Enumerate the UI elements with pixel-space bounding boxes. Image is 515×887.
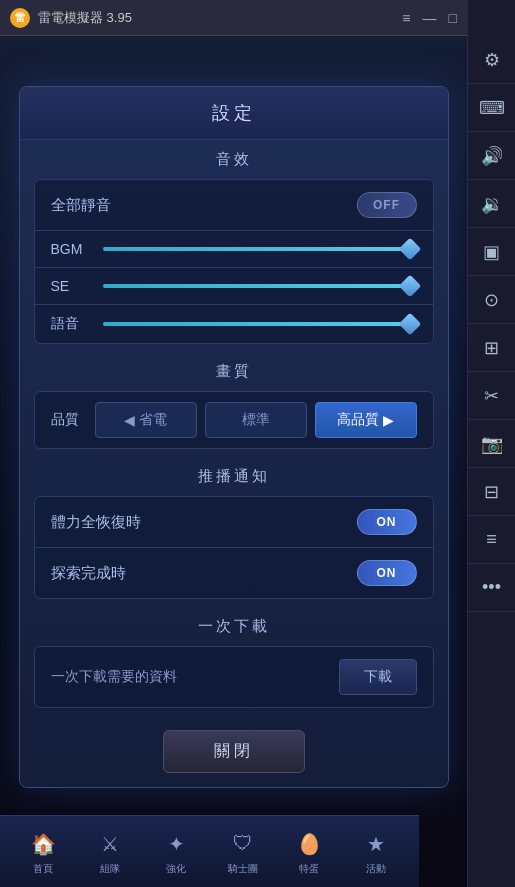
nav-item-home[interactable]: 🏠 首頁 [27, 828, 59, 876]
se-slider-thumb [398, 275, 421, 298]
bgm-label: BGM [51, 241, 87, 257]
quality-btn-standard-label: 標準 [242, 411, 270, 429]
sidebar-volume-up[interactable]: 🔊 [468, 132, 516, 180]
app-icon: 雷 [10, 8, 30, 28]
sidebar-list[interactable]: ≡ [468, 516, 516, 564]
sidebar: ⚙ ⌨ 🔊 🔉 ▣ ⊙ ⊞ ✂ 📷 ⊟ ≡ ••• [467, 0, 515, 887]
nav-item-enhance[interactable]: ✦ 強化 [160, 828, 192, 876]
mute-label: 全部靜音 [51, 196, 111, 215]
sidebar-play[interactable]: ⊙ [468, 276, 516, 324]
quality-btn-save-label: 省電 [139, 411, 167, 429]
bottom-nav-bar: 🏠 首頁 ⚔ 組隊 ✦ 強化 🛡 騎士團 🥚 特蛋 ★ 活動 [0, 815, 419, 887]
se-slider-track[interactable] [103, 284, 417, 288]
push-section: 體力全恢復時 ON 探索完成時 ON [34, 496, 434, 599]
quality-arrow-right: ▶ [383, 412, 394, 428]
voice-slider-track[interactable] [103, 322, 417, 326]
main-content: RANK ⚡ 96/39 💰 340 🎁 設定 音效 全部靜音 OFF B [0, 36, 467, 887]
close-btn-container: 關閉 [20, 716, 448, 787]
se-slider-fill [103, 284, 417, 288]
sidebar-camera[interactable]: 📷 [468, 420, 516, 468]
mute-toggle-row: 全部靜音 OFF [35, 180, 433, 231]
download-section: 一次下載需要的資料 下載 [34, 646, 434, 708]
close-button[interactable]: 關閉 [163, 730, 305, 773]
download-description: 一次下載需要的資料 [51, 668, 177, 686]
party-icon: ⚔ [94, 828, 126, 860]
sidebar-keyboard[interactable]: ⌨ [468, 84, 516, 132]
title-bar: 雷 雷電模擬器 3.95 ≡ — □ ✕ ⊕ [0, 0, 515, 36]
settings-modal: 設定 音效 全部靜音 OFF BGM [19, 86, 449, 788]
sidebar-more[interactable]: ••• [468, 564, 516, 612]
sidebar-settings[interactable]: ⚙ [468, 36, 516, 84]
voice-row: 語音 [35, 305, 433, 343]
download-button[interactable]: 下載 [339, 659, 417, 695]
quality-btn-high-label: 高品質 [337, 411, 379, 429]
quality-arrow-left: ◀ [124, 412, 135, 428]
explore-toggle[interactable]: ON [357, 560, 417, 586]
nav-label-enhance: 強化 [166, 862, 186, 876]
audio-section-header: 音效 [20, 140, 448, 179]
stamina-label: 體力全恢復時 [51, 513, 141, 532]
nav-item-guild[interactable]: 🛡 騎士團 [227, 828, 259, 876]
nav-label-party: 組隊 [100, 862, 120, 876]
nav-item-party[interactable]: ⚔ 組隊 [94, 828, 126, 876]
enhance-icon: ✦ [160, 828, 192, 860]
sidebar-minimize[interactable]: ⊟ [468, 468, 516, 516]
voice-slider-thumb [398, 313, 421, 336]
quality-btn-save[interactable]: ◀ 省電 [95, 402, 197, 438]
download-row: 一次下載需要的資料 下載 [35, 647, 433, 707]
nav-item-egg[interactable]: 🥚 特蛋 [293, 828, 325, 876]
sidebar-screen[interactable]: ▣ [468, 228, 516, 276]
sidebar-expand[interactable]: ⊞ [468, 324, 516, 372]
quality-section: 品質 ◀ 省電 標準 高品質 ▶ [34, 391, 434, 449]
egg-icon: 🥚 [293, 828, 325, 860]
bgm-row: BGM [35, 231, 433, 268]
mute-toggle[interactable]: OFF [357, 192, 417, 218]
nav-item-event[interactable]: ★ 活動 [360, 828, 392, 876]
modal-title: 設定 [20, 87, 448, 140]
maximize-icon[interactable]: □ [449, 10, 457, 26]
quality-section-header: 畫質 [20, 352, 448, 391]
bgm-slider-thumb [398, 238, 421, 261]
nav-label-home: 首頁 [33, 862, 53, 876]
modal-overlay: 設定 音效 全部靜音 OFF BGM [0, 36, 467, 887]
audio-section: 全部靜音 OFF BGM SE [34, 179, 434, 344]
stamina-toggle[interactable]: ON [357, 509, 417, 535]
event-icon: ★ [360, 828, 392, 860]
quality-btn-standard[interactable]: 標準 [205, 402, 307, 438]
se-row: SE [35, 268, 433, 305]
nav-label-guild: 騎士團 [228, 862, 258, 876]
sidebar-volume-down[interactable]: 🔉 [468, 180, 516, 228]
title-left: 雷 雷電模擬器 3.95 [10, 8, 132, 28]
menu-icon[interactable]: ≡ [402, 10, 410, 26]
nav-label-egg: 特蛋 [299, 862, 319, 876]
download-section-header: 一次下載 [20, 607, 448, 646]
explore-label: 探索完成時 [51, 564, 126, 583]
quality-row: 品質 ◀ 省電 標準 高品質 ▶ [35, 392, 433, 448]
app-title: 雷電模擬器 3.95 [38, 9, 132, 27]
sidebar-scissors[interactable]: ✂ [468, 372, 516, 420]
voice-label: 語音 [51, 315, 87, 333]
push-section-header: 推播通知 [20, 457, 448, 496]
quality-btn-high[interactable]: 高品質 ▶ [315, 402, 417, 438]
explore-toggle-row: 探索完成時 ON [35, 548, 433, 598]
se-label: SE [51, 278, 87, 294]
home-icon: 🏠 [27, 828, 59, 860]
bgm-slider-track[interactable] [103, 247, 417, 251]
nav-label-event: 活動 [366, 862, 386, 876]
bgm-slider-fill [103, 247, 417, 251]
stamina-toggle-row: 體力全恢復時 ON [35, 497, 433, 548]
quality-label: 品質 [51, 411, 87, 429]
minimize-icon[interactable]: — [423, 10, 437, 26]
voice-slider-fill [103, 322, 417, 326]
guild-icon: 🛡 [227, 828, 259, 860]
